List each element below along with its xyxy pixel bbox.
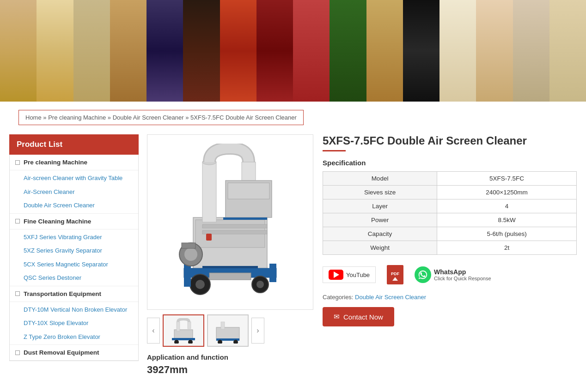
- svg-rect-34: [221, 322, 225, 329]
- title-underline: [323, 150, 346, 151]
- breadcrumb-double-air[interactable]: Double Air Screen Cleaner: [113, 114, 184, 121]
- sidebar-item-dty-10x[interactable]: DTY-10X Slope Elevator: [10, 316, 138, 330]
- svg-rect-17: [202, 224, 267, 228]
- thumb-machine-2: [212, 318, 244, 344]
- pdf-button[interactable]: PDF: [383, 263, 407, 286]
- svg-point-27: [188, 340, 193, 344]
- category-icon-fine-cleaning: [15, 219, 20, 223]
- categories-value-link[interactable]: Double Air Screen Cleaner: [355, 294, 426, 301]
- breadcrumb-container: Home » Pre cleaning Machine » Double Air…: [9, 105, 577, 130]
- svg-rect-22: [209, 273, 251, 280]
- svg-point-26: [174, 340, 179, 344]
- main-layout: Product List Pre cleaning Machine Air-sc…: [9, 134, 577, 376]
- spec-value: 8.5kW: [437, 213, 577, 227]
- categories-label-text: Categories:: [323, 294, 353, 301]
- application-dimension: 3927mm: [147, 364, 313, 376]
- breadcrumb-home[interactable]: Home: [25, 114, 42, 121]
- youtube-play-icon: [334, 271, 339, 278]
- thumbnail-2[interactable]: [207, 314, 249, 347]
- product-title: 5XFS-7.5FC Double Air Screen Cleaner: [323, 134, 577, 147]
- spec-name: Capacity: [323, 227, 437, 241]
- spec-row: Power8.5kW: [323, 213, 577, 227]
- whatsapp-text: WhatsApp Click for Quick Response: [434, 268, 491, 281]
- product-detail: 5XFS-7.5FC Double Air Screen Cleaner Spe…: [323, 134, 577, 376]
- svg-rect-30: [216, 327, 239, 340]
- svg-rect-19: [223, 217, 267, 220]
- thumb-machine-1: [167, 318, 200, 344]
- sidebar-category-dust-removal[interactable]: Dust Removal Equipment: [10, 345, 138, 361]
- sidebar-item-5xfj[interactable]: 5XFJ Series Vibrating Grader: [10, 230, 138, 244]
- hero-strip-10: [330, 0, 366, 102]
- svg-rect-23: [182, 243, 195, 248]
- svg-rect-21: [206, 234, 212, 241]
- thumbnail-strip: ‹: [147, 314, 313, 347]
- spec-name: Model: [323, 172, 437, 186]
- contact-btn-label: Contact Now: [343, 313, 383, 321]
- spec-value: 4: [437, 199, 577, 213]
- application-label: Application and function: [147, 353, 313, 361]
- hero-strip-14: [476, 0, 513, 102]
- breadcrumb-pre-cleaning[interactable]: Pre cleaning Machine: [48, 114, 106, 121]
- sidebar-section: Pre cleaning Machine Air-screen Cleaner …: [9, 155, 139, 361]
- breadcrumb: Home » Pre cleaning Machine » Double Air…: [18, 110, 304, 125]
- svg-rect-29: [188, 322, 191, 329]
- spec-value: 2400×1250mm: [437, 186, 577, 199]
- sidebar-category-pre-cleaning[interactable]: Pre cleaning Machine: [10, 155, 138, 170]
- svg-rect-18: [202, 230, 267, 234]
- sidebar-item-z-type[interactable]: Z Type Zero Broken Elevator: [10, 330, 138, 344]
- hero-strip-8: [256, 0, 293, 102]
- sidebar-item-air-screen[interactable]: Air-Screen Cleaner: [10, 185, 138, 199]
- svg-point-4: [195, 280, 205, 289]
- svg-rect-28: [177, 322, 180, 331]
- spec-row: Sieves size2400×1250mm: [323, 186, 577, 199]
- spec-value: 5-6t/h (pulses): [437, 227, 577, 241]
- whatsapp-button[interactable]: WhatsApp Click for Quick Response: [415, 266, 491, 283]
- youtube-icon: [329, 270, 343, 280]
- hero-strip-4: [110, 0, 146, 102]
- pdf-icon: PDF: [387, 265, 403, 284]
- hero-strip-15: [513, 0, 549, 102]
- sidebar-category-transportation[interactable]: Transportation Equipment: [10, 286, 138, 302]
- svg-rect-13: [269, 264, 276, 282]
- sidebar-item-double-air-screen[interactable]: Double Air Screen Cleaner: [10, 199, 138, 212]
- youtube-label: YouTube: [346, 271, 370, 278]
- contact-now-button[interactable]: ✉ Contact Now: [323, 307, 394, 326]
- next-thumbnail-button[interactable]: ›: [251, 318, 264, 344]
- spec-name: Power: [323, 213, 437, 227]
- whatsapp-label: WhatsApp: [434, 268, 491, 276]
- sidebar-item-air-screen-gravity[interactable]: Air-screen Cleaner with Gravity Table: [10, 171, 138, 185]
- breadcrumb-current: 5XFS-7.5FC Double Air Screen Cleaner: [190, 114, 297, 121]
- sidebar-item-qsc[interactable]: QSC Series Destoner: [10, 271, 138, 285]
- hero-strip-5: [146, 0, 183, 102]
- svg-rect-11: [228, 183, 269, 199]
- sidebar-item-dty-10m[interactable]: DTY-10M Vertical Non Broken Elevator: [10, 303, 138, 317]
- hero-banner: [0, 0, 586, 102]
- main-product-image: [147, 134, 313, 310]
- product-image-section: ‹: [147, 134, 313, 376]
- sidebar-category-fine-cleaning[interactable]: Fine Cleaning Machine: [10, 214, 138, 229]
- spec-value: 2t: [437, 241, 577, 255]
- svg-point-6: [256, 281, 264, 288]
- category-label-fine-cleaning: Fine Cleaning Machine: [24, 218, 91, 225]
- svg-text:PDF: PDF: [391, 271, 400, 276]
- hero-strip-16: [549, 0, 586, 102]
- sidebar-item-5xz[interactable]: 5XZ Series Gravity Separator: [10, 244, 138, 258]
- youtube-button[interactable]: YouTube: [323, 266, 376, 283]
- thumbnail-1[interactable]: [163, 314, 204, 347]
- hero-strip-7: [220, 0, 256, 102]
- hero-strip-13: [440, 0, 476, 102]
- hero-strip-3: [73, 0, 110, 102]
- svg-rect-7: [202, 162, 216, 222]
- category-icon-transportation: [15, 291, 20, 296]
- hero-strip-1: [0, 0, 37, 102]
- content-area: ‹: [147, 134, 577, 376]
- svg-rect-20: [193, 268, 276, 271]
- hero-strip-11: [366, 0, 403, 102]
- envelope-icon: ✉: [334, 313, 340, 321]
- prev-thumbnail-button[interactable]: ‹: [147, 318, 160, 344]
- spec-row: Weight2t: [323, 241, 577, 255]
- spec-name: Layer: [323, 199, 437, 213]
- spec-table: Model5XFS-7.5FCSieves size2400×1250mmLay…: [323, 171, 577, 255]
- sidebar-item-5cx[interactable]: 5CX Series Magnetic Separator: [10, 258, 138, 271]
- category-icon-pre-cleaning: [15, 160, 20, 165]
